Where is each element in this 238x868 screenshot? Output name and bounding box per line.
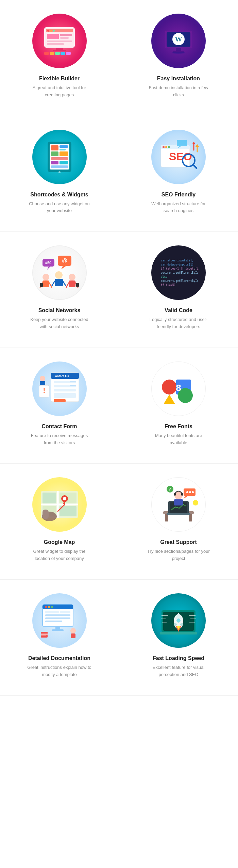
svg-rect-84 (54, 393, 76, 398)
feature-title-docs: Detailed Documentation (28, 655, 90, 661)
svg-point-3 (47, 30, 49, 32)
feature-illustration-contact: ontact Us ! (32, 361, 87, 416)
feature-desc-shortcodes: Choose and use any widget on your websit… (27, 200, 92, 215)
svg-rect-33 (51, 161, 58, 164)
svg-rect-138 (45, 621, 62, 622)
feature-flexible-builder: Flexible Builder A great and intuitive t… (0, 0, 119, 116)
svg-point-124 (189, 491, 191, 493)
svg-point-5 (53, 30, 55, 32)
svg-rect-136 (45, 614, 70, 616)
feature-illustration-seo: SEO (151, 130, 206, 184)
feature-social: @ #50 (0, 232, 119, 348)
feature-illustration-flexible (32, 14, 87, 68)
svg-point-65 (69, 274, 75, 280)
feature-title-code: Valid Code (165, 307, 192, 314)
svg-rect-91 (70, 385, 76, 386)
svg-rect-58 (42, 280, 49, 287)
svg-rect-62 (55, 279, 63, 286)
svg-text:✓: ✓ (168, 487, 172, 492)
svg-rect-12 (53, 50, 66, 51)
feature-desc-contact: Feature to receive messages from the vis… (27, 432, 92, 447)
feature-desc-support: Try nice sections/pages for your project (146, 548, 211, 562)
svg-rect-90 (70, 381, 76, 382)
svg-rect-134 (45, 611, 59, 613)
svg-rect-135 (60, 611, 70, 613)
svg-rect-9 (47, 41, 72, 42)
svg-rect-10 (47, 43, 64, 45)
svg-rect-100 (42, 493, 56, 503)
svg-rect-28 (60, 145, 68, 148)
svg-point-41 (168, 146, 170, 148)
svg-rect-112 (165, 514, 168, 521)
feature-desc-seo: Well-organized structure for search engi… (146, 200, 211, 215)
svg-rect-7 (60, 34, 72, 36)
svg-rect-108 (42, 510, 49, 519)
svg-text:#50: #50 (45, 261, 51, 265)
feature-title-contact: Contact Form (42, 423, 77, 430)
svg-point-36 (58, 171, 61, 173)
svg-rect-113 (189, 514, 192, 521)
feature-title-shortcodes: Shortcodes & Widgets (30, 192, 88, 198)
svg-marker-122 (184, 496, 188, 499)
feature-desc-map: Great widget to display the location of … (27, 548, 92, 562)
svg-rect-29 (60, 149, 66, 150)
svg-line-60 (49, 283, 52, 287)
feature-illustration-code: var atpos=inputs[i]; var dotpos=inputs[1… (151, 245, 206, 300)
svg-rect-85 (54, 399, 66, 402)
svg-rect-15 (55, 52, 60, 55)
feature-shortcodes: Shortcodes & Widgets Choose and use any … (0, 116, 119, 232)
svg-rect-27 (51, 145, 58, 150)
feature-desc-social: Keep your website connected with social … (27, 316, 92, 331)
svg-point-141 (70, 628, 76, 633)
feature-illustration-fonts: 8 (151, 361, 206, 416)
svg-point-125 (192, 491, 194, 493)
svg-text:else: else (161, 275, 167, 278)
svg-line-44 (193, 165, 197, 168)
feature-illustration-speed (151, 593, 206, 648)
feature-title-speed: Fast Loading Speed (153, 655, 204, 661)
svg-text:var dotpos=inputs[1]: var dotpos=inputs[1] (161, 263, 193, 266)
feature-illustration-docs (32, 593, 87, 648)
svg-text:var atpos=inputs[i];: var atpos=inputs[i]; (161, 259, 193, 262)
feature-seo: SEO SEO Friendly Well-organized structur… (119, 116, 238, 232)
feature-code: var atpos=inputs[i]; var dotpos=inputs[1… (119, 232, 238, 348)
svg-marker-52 (61, 266, 66, 269)
feature-desc-easy: Fast demo installation in a few clicks (146, 84, 211, 99)
svg-rect-118 (174, 499, 183, 505)
svg-point-39 (163, 146, 165, 148)
svg-point-133 (51, 606, 53, 608)
svg-rect-120 (181, 493, 183, 496)
svg-rect-137 (45, 617, 70, 619)
svg-text:if (i==5): if (i==5) (161, 284, 175, 287)
svg-point-123 (186, 491, 188, 493)
svg-point-131 (45, 606, 47, 608)
svg-rect-142 (71, 633, 75, 638)
feature-speed: Fast Loading Speed Excellent feature for… (119, 580, 238, 696)
svg-rect-66 (69, 280, 75, 287)
feature-desc-docs: Great instructions explain how to modify… (27, 664, 92, 678)
feature-title-map: Google Map (44, 539, 75, 545)
svg-point-24 (172, 52, 185, 54)
feature-map: Google Map Great widget to display the l… (0, 464, 119, 580)
feature-title-social: Social Networks (38, 307, 81, 314)
feature-illustration-shortcodes (32, 130, 87, 184)
svg-rect-119 (174, 493, 176, 496)
svg-rect-32 (51, 157, 68, 160)
svg-rect-17 (66, 52, 71, 55)
feature-desc-speed: Excellent feature for visual perception … (146, 664, 211, 678)
svg-point-105 (63, 497, 66, 500)
feature-illustration-support: ✓ (151, 477, 206, 532)
svg-marker-55 (47, 267, 50, 270)
feature-support: ✓ Great Support Try nice sections/pages … (119, 464, 238, 580)
svg-rect-30 (51, 151, 58, 156)
svg-point-152 (176, 618, 181, 623)
feature-easy-installation: W Easy Installation Fast demo installati… (119, 0, 238, 116)
svg-rect-116 (167, 513, 190, 515)
svg-rect-34 (60, 161, 68, 164)
svg-text:document.getElementById(: document.getElementById( (161, 279, 199, 283)
svg-rect-140 (52, 629, 64, 631)
svg-rect-22 (176, 48, 181, 51)
feature-fonts: 8 Free Fonts Many beautiful fonts are av… (119, 348, 238, 464)
feature-illustration-easy: W (151, 14, 206, 68)
svg-text:SEO: SEO (169, 150, 192, 163)
